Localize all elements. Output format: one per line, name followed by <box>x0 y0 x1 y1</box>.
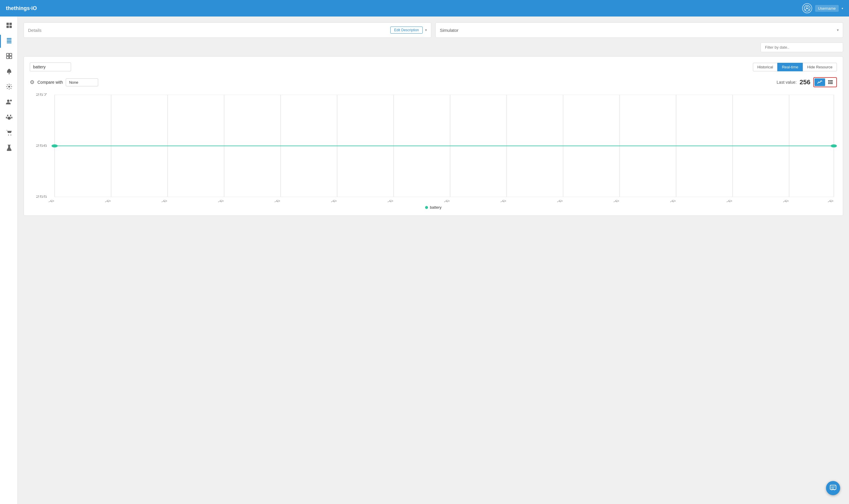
legend-label-battery: battery <box>430 205 441 210</box>
svg-point-23 <box>8 134 9 135</box>
svg-point-24 <box>11 134 12 135</box>
table-view-button[interactable] <box>825 78 836 86</box>
details-panel-right: Edit Description ▾ <box>390 26 427 34</box>
svg-point-52 <box>831 144 837 148</box>
user-name[interactable]: Username <box>815 5 839 12</box>
hide-resource-button[interactable]: Hide Resource <box>803 63 837 71</box>
svg-rect-7 <box>7 39 12 40</box>
details-panel: Details Edit Description ▾ <box>23 22 431 38</box>
view-mode-buttons: Historical Real-time Hide Resource <box>753 63 837 71</box>
svg-point-51 <box>52 144 58 148</box>
details-title: Details <box>28 28 41 33</box>
svg-point-14 <box>8 73 10 74</box>
svg-text:13-01-2021 15:29:25.000: 13-01-2021 15:29:25.000 <box>753 199 790 202</box>
edit-description-button[interactable]: Edit Description <box>390 26 423 34</box>
chart-card: battery temperature humidity Historical … <box>23 56 843 216</box>
sidebar-item-lab[interactable] <box>0 142 17 155</box>
svg-point-21 <box>11 117 12 119</box>
top-panels-row: Details Edit Description ▾ Simulator ▾ <box>23 22 843 38</box>
main-layout: Details Edit Description ▾ Simulator ▾ <box>0 17 849 504</box>
compare-select[interactable]: None temperature humidity <box>66 78 98 86</box>
svg-text:13-01-2021 15:29:00.000: 13-01-2021 15:29:00.000 <box>471 199 508 202</box>
cart-icon <box>6 130 12 137</box>
sidebar-item-widgets[interactable] <box>0 50 17 63</box>
sidebar-item-users[interactable] <box>0 96 17 109</box>
svg-rect-3 <box>10 23 12 25</box>
pets-icon <box>6 114 12 122</box>
last-value-number: 256 <box>799 78 810 86</box>
user-menu-chevron[interactable]: ▾ <box>842 7 843 10</box>
devices-icon <box>6 38 12 45</box>
chart-table-toggle <box>813 77 837 87</box>
svg-point-18 <box>7 115 8 116</box>
historical-button[interactable]: Historical <box>753 63 777 71</box>
sidebar-item-dashboard[interactable] <box>0 19 17 32</box>
compare-settings-icon[interactable]: ⚙ <box>30 79 35 86</box>
dashboard-icon <box>6 22 12 30</box>
svg-rect-2 <box>6 23 9 25</box>
compare-label: Compare with <box>37 80 63 85</box>
svg-text:13-01-2021 15:28:50.000: 13-01-2021 15:28:50.000 <box>358 199 394 202</box>
svg-text:13-01-2021 15:29:20.000: 13-01-2021 15:29:20.000 <box>697 199 734 202</box>
resource-select-wrapper: battery temperature humidity <box>30 62 71 71</box>
last-value-area: Last value: 256 <box>777 77 837 87</box>
svg-text:257: 257 <box>36 93 47 96</box>
svg-text:13-01-2021 15:28:25.000: 13-01-2021 15:28:25.000 <box>75 199 112 202</box>
sidebar-item-cart[interactable] <box>0 127 17 140</box>
compare-row: ⚙ Compare with None temperature humidity… <box>30 77 837 87</box>
svg-text:13-01-2021 15:29:10.000: 13-01-2021 15:29:10.000 <box>584 199 620 202</box>
realtime-button[interactable]: Real-time <box>777 63 803 71</box>
simulator-chevron-icon[interactable]: ▾ <box>837 28 839 32</box>
user-avatar-icon[interactable] <box>802 3 812 13</box>
alerts-icon <box>6 68 12 76</box>
svg-rect-6 <box>7 38 12 39</box>
svg-rect-27 <box>828 82 833 83</box>
chart-top-controls: battery temperature humidity Historical … <box>30 62 837 71</box>
content-area: Details Edit Description ▾ Simulator ▾ <box>18 17 849 504</box>
app-logo: thethings·iO <box>6 5 37 12</box>
svg-text:13-01-2021 15:29:05.000: 13-01-2021 15:29:05.000 <box>527 199 564 202</box>
svg-text:13-01-2021 15:28:40.000: 13-01-2021 15:28:40.000 <box>245 199 282 202</box>
svg-text:13-01-2021 15:28:45.000: 13-01-2021 15:28:45.000 <box>301 199 338 202</box>
simulator-title: Simulator <box>440 28 458 33</box>
sidebar-item-devices[interactable] <box>0 35 17 48</box>
svg-text:13-01-2021 15:28:55.000: 13-01-2021 15:28:55.000 <box>414 199 451 202</box>
details-chevron-icon[interactable]: ▾ <box>425 28 427 32</box>
sidebar-item-alerts[interactable] <box>0 66 17 78</box>
svg-text:13-01-2021 15:29:15.000: 13-01-2021 15:29:15.000 <box>640 199 677 202</box>
svg-rect-9 <box>7 42 12 43</box>
chart-svg: 257 256 255 <box>30 90 837 202</box>
legend-dot-battery <box>425 206 428 209</box>
svg-rect-68 <box>830 485 836 489</box>
svg-text:13-01-2021 15:28:35.000: 13-01-2021 15:28:35.000 <box>188 199 225 202</box>
simulator-panel: Simulator ▾ <box>435 22 843 38</box>
svg-text:13-01-2021 15:28:30.000: 13-01-2021 15:28:30.000 <box>132 199 169 202</box>
filter-date-input[interactable] <box>761 42 843 52</box>
users-icon <box>6 99 12 106</box>
svg-rect-26 <box>828 80 833 81</box>
chat-support-button[interactable] <box>826 481 840 495</box>
svg-rect-13 <box>10 56 12 59</box>
svg-point-17 <box>10 100 12 102</box>
svg-text:256: 256 <box>36 144 47 147</box>
svg-point-19 <box>10 115 11 116</box>
compare-left: ⚙ Compare with None temperature humidity <box>30 78 98 86</box>
svg-rect-11 <box>10 53 12 56</box>
svg-rect-28 <box>828 83 833 84</box>
sidebar-item-settings[interactable] <box>0 81 17 94</box>
sidebar <box>0 17 18 504</box>
chart-legend: battery <box>30 205 837 210</box>
svg-rect-4 <box>6 26 9 28</box>
top-navigation: thethings·iO Username ▾ <box>0 0 849 17</box>
svg-text:13-01-2021 15:29:30.000: 13-01-2021 15:29:30.000 <box>798 199 835 202</box>
svg-text:13-01-2021 15:28:20.000: 13-01-2021 15:28:20.000 <box>30 199 56 202</box>
svg-point-20 <box>6 117 7 119</box>
svg-rect-5 <box>10 26 12 28</box>
widgets-icon <box>6 53 12 60</box>
svg-rect-10 <box>6 53 9 56</box>
sidebar-item-pets[interactable] <box>0 111 17 124</box>
svg-rect-8 <box>7 41 12 42</box>
chart-view-button[interactable] <box>814 78 825 86</box>
top-nav-right: Username ▾ <box>802 3 843 13</box>
resource-select[interactable]: battery temperature humidity <box>30 62 71 71</box>
